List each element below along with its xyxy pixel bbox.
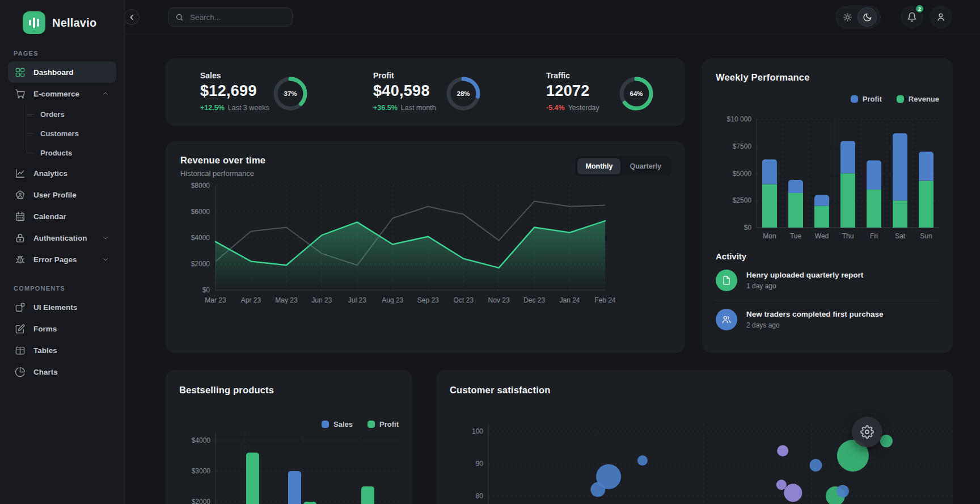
activity-panel: Activity Henry uploaded quarterly report… — [716, 251, 939, 339]
chevron-up-icon[interactable] — [102, 90, 109, 98]
svg-text:37%: 37% — [284, 90, 297, 97]
light-mode-button[interactable] — [837, 7, 858, 27]
svg-text:$2500: $2500 — [733, 196, 752, 204]
sidebar-item-authentication[interactable]: Authentication — [8, 227, 116, 249]
sidebar-item-label: UI Elements — [33, 303, 77, 312]
sidebar-collapse-button[interactable] — [124, 9, 140, 25]
svg-text:Sun: Sun — [920, 232, 932, 240]
svg-text:Aug 23: Aug 23 — [382, 296, 403, 304]
svg-text:$10 000: $10 000 — [727, 115, 752, 123]
stat-value: $40,598 — [373, 82, 512, 100]
activity-text-wrap: New traders completed first purchase2 da… — [746, 310, 884, 329]
svg-text:Thu: Thu — [842, 232, 854, 240]
sidebar-item-products[interactable]: Products — [27, 143, 124, 162]
file-icon — [716, 270, 737, 291]
sidebar-subitem-label: Customers — [40, 129, 79, 138]
activity-text: New traders completed first purchase — [746, 310, 884, 318]
search-box[interactable] — [168, 7, 293, 27]
stat-delta: +12.5% — [200, 104, 225, 112]
bestselling-products-card: Bestselling products SalesProfit $4000$3… — [166, 370, 412, 504]
sidebar-item-user-profile[interactable]: User Profile — [8, 184, 116, 205]
svg-text:90: 90 — [476, 460, 484, 468]
sidebar-item-charts[interactable]: Charts — [8, 361, 116, 383]
moon-icon — [863, 12, 872, 22]
sidebar-subitem-label: Orders — [40, 110, 65, 119]
bug-icon — [15, 254, 26, 265]
stat-traffic: Traffic 12072 -5.4%Yesterday 64% — [512, 58, 685, 126]
donut-gauge: 64% — [618, 75, 654, 112]
sidebar-item-e-commerce[interactable]: E-commerce — [8, 83, 116, 104]
stat-period: Last month — [401, 104, 436, 112]
cart-icon — [15, 89, 26, 99]
users-icon — [716, 309, 737, 330]
sidebar-item-label: Forms — [33, 325, 57, 333]
theme-toggle — [835, 6, 881, 28]
donut-gauge: 37% — [272, 75, 309, 112]
analytics-icon — [15, 168, 26, 179]
chevron-down-icon[interactable] — [102, 234, 109, 242]
sidebar-item-forms[interactable]: Forms — [8, 318, 116, 339]
svg-text:$5000: $5000 — [733, 170, 752, 178]
ui-elements-icon — [15, 302, 26, 313]
stat-period: Last 3 weeks — [228, 104, 269, 112]
sidebar-item-calendar[interactable]: Calendar — [8, 205, 116, 227]
sidebar-item-ui-elements[interactable]: UI Elements — [8, 296, 116, 318]
edit-icon — [15, 324, 26, 334]
svg-text:Mar 23: Mar 23 — [205, 296, 226, 304]
stat-value: $12,699 — [200, 82, 339, 100]
sidebar-item-label: Dashboard — [33, 68, 74, 77]
stats-card: Sales $12,699 +12.5%Last 3 weeks 37% Pro… — [166, 58, 685, 126]
notification-badge: 2 — [915, 4, 924, 14]
chevron-left-icon — [128, 14, 136, 21]
activity-title: Activity — [716, 251, 939, 261]
sidebar-item-analytics[interactable]: Analytics — [8, 162, 116, 184]
calendar-icon — [15, 211, 26, 222]
search-icon — [175, 13, 184, 22]
settings-fab-button[interactable] — [852, 417, 882, 447]
svg-text:$4000: $4000 — [192, 436, 211, 444]
stat-donut: 64% — [618, 75, 654, 114]
svg-text:Fri: Fri — [870, 232, 878, 240]
svg-text:Sep 23: Sep 23 — [417, 296, 439, 304]
dark-mode-button[interactable] — [858, 7, 877, 27]
svg-text:$3000: $3000 — [192, 467, 211, 475]
activity-text: Henry uploaded quarterly report — [746, 271, 863, 279]
chevron-down-icon[interactable] — [102, 255, 109, 263]
brand-name: Nellavio — [52, 16, 96, 30]
sidebar-item-customers[interactable]: Customers — [27, 124, 124, 143]
activity-list: Henry uploaded quarterly report1 day ago… — [716, 261, 939, 339]
activity-time: 1 day ago — [746, 282, 863, 290]
svg-text:$8000: $8000 — [191, 182, 210, 190]
stat-label: Sales — [200, 71, 339, 80]
svg-text:64%: 64% — [630, 90, 643, 97]
svg-text:Jun 23: Jun 23 — [311, 296, 332, 304]
svg-text:28%: 28% — [457, 90, 470, 97]
brand[interactable]: Nellavio — [0, 0, 124, 35]
sidebar-item-orders[interactable]: Orders — [27, 104, 124, 124]
search-input[interactable] — [189, 12, 280, 22]
sidebar: Nellavio PAGESDashboardE-commerceOrdersC… — [0, 0, 125, 504]
sidebar-item-label: E-commerce — [33, 90, 79, 98]
sidebar-item-label: Calendar — [33, 212, 66, 221]
svg-text:Sat: Sat — [895, 232, 906, 240]
sidebar-item-label: Analytics — [33, 169, 67, 178]
svg-text:$0: $0 — [202, 286, 210, 294]
svg-text:Jul 23: Jul 23 — [348, 296, 366, 304]
sidebar-item-error-pages[interactable]: Error Pages — [8, 249, 116, 270]
stat-meta: +36.5%Last month — [373, 104, 512, 112]
profile-button[interactable] — [930, 6, 952, 28]
dashboard-icon — [15, 67, 26, 78]
gear-icon — [860, 425, 874, 439]
sidebar-item-tables[interactable]: Tables — [8, 339, 116, 361]
user-avatar-icon — [936, 12, 946, 22]
activity-item[interactable]: Henry uploaded quarterly report1 day ago — [716, 261, 939, 300]
dashboard-app: Nellavio PAGESDashboardE-commerceOrdersC… — [0, 0, 980, 504]
svg-text:$2000: $2000 — [191, 260, 210, 268]
bell-icon — [907, 12, 917, 22]
sidebar-item-dashboard[interactable]: Dashboard — [8, 61, 116, 83]
svg-text:$7500: $7500 — [733, 142, 752, 150]
sun-icon — [843, 12, 852, 22]
sidebar-item-label: User Profile — [33, 191, 77, 199]
activity-item[interactable]: New traders completed first purchase2 da… — [716, 300, 939, 339]
notifications-button[interactable]: 2 — [901, 6, 923, 28]
